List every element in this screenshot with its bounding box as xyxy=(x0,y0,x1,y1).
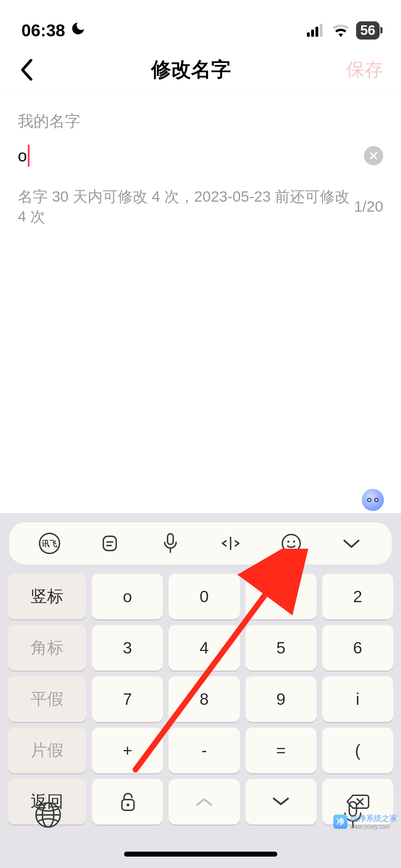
key-1[interactable]: 1 xyxy=(246,574,317,619)
watermark: 净 纯净系统之家 www.ycwjy.com xyxy=(333,813,397,830)
clipboard-button[interactable] xyxy=(95,528,125,558)
text-cursor xyxy=(28,145,30,167)
svg-point-13 xyxy=(287,541,289,543)
key-2[interactable]: 2 xyxy=(322,574,393,619)
watermark-badge-icon: 净 xyxy=(333,815,348,829)
key-o[interactable]: o xyxy=(92,574,163,619)
svg-point-12 xyxy=(282,534,300,552)
battery-indicator: 56 xyxy=(356,21,380,40)
close-icon xyxy=(369,151,379,161)
side-key-0[interactable]: 竖标 xyxy=(8,574,86,619)
svg-rect-1 xyxy=(311,30,314,37)
field-label: 我的名字 xyxy=(18,111,383,132)
watermark-name: 纯净系统之家 xyxy=(350,813,397,824)
input-value: o xyxy=(18,146,27,165)
globe-button[interactable] xyxy=(32,799,64,831)
key-plus[interactable]: + xyxy=(92,728,163,773)
key-i[interactable]: i xyxy=(322,676,393,722)
key-8[interactable]: 8 xyxy=(169,676,240,722)
status-left: 06:38 xyxy=(21,21,86,40)
key-minus[interactable]: - xyxy=(169,728,240,773)
status-right: 56 xyxy=(307,21,380,40)
key-9[interactable]: 9 xyxy=(246,676,317,722)
chevron-left-icon xyxy=(20,59,34,81)
page-title: 修改名字 xyxy=(151,56,231,83)
status-time: 06:38 xyxy=(21,21,65,40)
side-key-1[interactable]: 角标 xyxy=(8,625,86,671)
emoji-button[interactable] xyxy=(276,528,306,558)
key-6[interactable]: 6 xyxy=(322,625,393,671)
hint-row: 名字 30 天内可修改 4 次，2023-05-23 前还可修改 4 次 1/2… xyxy=(0,180,401,227)
svg-rect-2 xyxy=(315,27,318,37)
key-paren[interactable]: ( xyxy=(322,728,393,773)
name-section: 我的名字 o xyxy=(0,94,401,180)
svg-rect-0 xyxy=(307,32,310,37)
back-button[interactable] xyxy=(18,61,36,79)
do-not-disturb-icon xyxy=(70,21,86,40)
cellular-signal-icon xyxy=(307,24,325,37)
keyboard-avatar-icon[interactable] xyxy=(362,489,384,511)
key-0[interactable]: 0 xyxy=(169,574,240,619)
char-counter: 1/20 xyxy=(354,198,383,215)
voice-button[interactable] xyxy=(155,528,185,558)
collapse-keyboard-button[interactable] xyxy=(336,528,366,558)
chevron-down-icon xyxy=(341,537,361,550)
name-input-row: o xyxy=(18,145,383,180)
hint-text: 名字 30 天内可修改 4 次，2023-05-23 前还可修改 4 次 xyxy=(18,187,354,227)
name-input[interactable]: o xyxy=(18,145,357,167)
wifi-icon xyxy=(332,24,350,37)
side-key-2[interactable]: 平假 xyxy=(8,676,86,722)
key-5[interactable]: 5 xyxy=(246,625,317,671)
watermark-url: www.ycwjy.com xyxy=(350,824,397,830)
keyboard-toolbar: 讯飞 xyxy=(9,522,392,564)
clear-button[interactable] xyxy=(364,146,383,165)
cursor-move-button[interactable] xyxy=(216,528,246,558)
key-7[interactable]: 7 xyxy=(92,676,163,722)
key-4[interactable]: 4 xyxy=(169,625,240,671)
svg-point-14 xyxy=(293,541,295,543)
globe-icon xyxy=(34,801,62,829)
save-button[interactable]: 保存 xyxy=(346,57,383,82)
svg-rect-3 xyxy=(320,24,323,37)
key-3[interactable]: 3 xyxy=(92,625,163,671)
key-equals[interactable]: = xyxy=(246,728,317,773)
battery-level: 56 xyxy=(360,23,375,38)
side-key-3[interactable]: 片假 xyxy=(8,728,86,773)
page-header: 修改名字 保存 xyxy=(0,46,401,94)
svg-rect-9 xyxy=(168,534,173,544)
status-bar: 06:38 56 xyxy=(0,0,401,46)
svg-text:讯飞: 讯飞 xyxy=(41,539,57,548)
home-indicator[interactable] xyxy=(124,852,277,857)
ime-logo-button[interactable]: 讯飞 xyxy=(35,528,65,558)
svg-rect-6 xyxy=(103,536,116,551)
